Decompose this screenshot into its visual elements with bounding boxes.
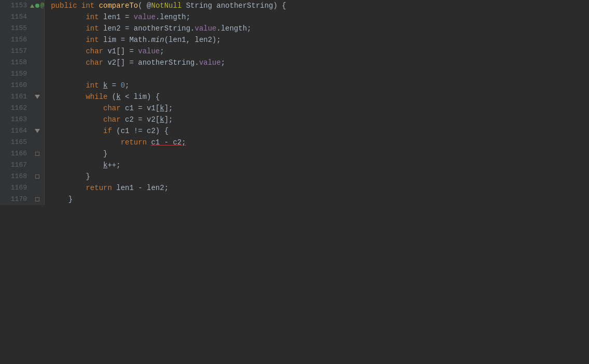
- code-token: value: [199, 59, 221, 67]
- table-row: 1155 int len2 = anotherString.value.leng…: [0, 23, 589, 34]
- code-token: [51, 138, 120, 147]
- dot-green-icon: [35, 4, 39, 8]
- line-number: 1170: [0, 194, 30, 205]
- line-number: 1169: [0, 182, 30, 194]
- line-number: 1156: [0, 34, 30, 46]
- table-row: 1170 }: [0, 194, 589, 205]
- table-row: 1162 char c1 = v1[k];: [0, 103, 589, 114]
- fold-icon[interactable]: [35, 95, 40, 99]
- code-token: return: [121, 138, 147, 147]
- table-row: 1163 char c2 = v2[k];: [0, 114, 589, 125]
- line-number: 1162: [0, 103, 30, 114]
- code-line: }: [45, 148, 589, 159]
- code-token: char: [86, 59, 103, 67]
- code-token: len1 - len2;: [112, 184, 169, 192]
- code-token: NotNull: [151, 2, 181, 10]
- line-number: 1163: [0, 114, 30, 125]
- code-token: anotherString) {: [212, 2, 286, 10]
- code-token: [51, 13, 86, 21]
- code-token: c1 - c2;: [151, 138, 186, 147]
- code-line: char v1[] = value;: [45, 46, 589, 57]
- code-token: len2 = anotherString.: [99, 24, 195, 33]
- code-token: [94, 2, 99, 10]
- code-token: (c1 != c2) {: [112, 127, 169, 135]
- code-token: .length;: [156, 13, 190, 21]
- fold-end-icon[interactable]: [35, 174, 39, 179]
- code-editor: 1153 @ public int compareTo( @NotNull St…: [0, 0, 589, 364]
- code-token: .length;: [217, 24, 251, 33]
- code-token: int: [86, 81, 99, 90]
- gutter-cell: [30, 57, 45, 68]
- code-token: public: [51, 2, 81, 10]
- code-token: char: [103, 104, 121, 112]
- line-number: 1161: [0, 91, 30, 103]
- table-row: 1166 }: [0, 148, 589, 159]
- line-number: 1159: [0, 68, 30, 80]
- code-token: ;: [160, 47, 164, 55]
- line-number: 1164: [0, 125, 30, 137]
- code-line: }: [45, 194, 589, 205]
- gutter-cell: [30, 34, 45, 46]
- table-row: 1159: [0, 68, 589, 80]
- fold-end-icon[interactable]: [35, 197, 39, 201]
- code-token: value: [194, 24, 216, 33]
- code-line: int lim = Math.min(len1, len2);: [45, 34, 589, 46]
- gutter-cell: @: [30, 0, 45, 11]
- code-token: v2[] = anotherString.: [103, 59, 199, 67]
- code-token: c1 = v1[: [121, 104, 160, 112]
- code-token: ];: [164, 115, 173, 124]
- code-token: [51, 24, 86, 33]
- line-number: 1167: [0, 159, 30, 171]
- table-row: 1169 return len1 - len2;: [0, 182, 589, 194]
- fold-icon[interactable]: [35, 129, 40, 133]
- code-line: public int compareTo( @NotNull String an…: [45, 0, 589, 11]
- code-line: return c1 - c2;: [45, 137, 589, 148]
- fold-end-icon[interactable]: [35, 152, 39, 156]
- code-line: char v2[] = anotherString.value;: [45, 57, 589, 68]
- code-token: [181, 2, 186, 10]
- code-token: (: [138, 2, 142, 10]
- method-marker-icon: @: [30, 2, 44, 9]
- gutter-cell: [30, 137, 45, 148]
- code-token: c2 = v2[: [121, 115, 160, 124]
- line-number: 1154: [0, 11, 30, 23]
- table-row: 1168 }: [0, 171, 589, 182]
- table-row: 1167 k++;: [0, 159, 589, 171]
- table-row: 1161 while (k < lim) {: [0, 91, 589, 103]
- code-token: [51, 115, 103, 124]
- table-row: 1158 char v2[] = anotherString.value;: [0, 57, 589, 68]
- code-line: }: [45, 171, 589, 182]
- code-token: 0: [121, 81, 125, 90]
- gutter-cell: [30, 80, 45, 91]
- code-token: [51, 161, 103, 169]
- gutter-cell: [30, 103, 45, 114]
- gutter-cell: [30, 171, 45, 182]
- line-number: 1157: [0, 46, 30, 57]
- gutter-cell: [30, 194, 45, 205]
- code-line: int len1 = value.length;: [45, 11, 589, 23]
- table-row: 1153 @ public int compareTo( @NotNull St…: [0, 0, 589, 11]
- code-token: @: [143, 2, 151, 10]
- code-token: [51, 104, 103, 112]
- code-token: k: [116, 93, 120, 101]
- code-token: int: [81, 2, 94, 10]
- gutter-cell: [30, 46, 45, 57]
- code-token: ;: [125, 81, 129, 90]
- code-token: [51, 93, 86, 101]
- gutter-cell: [30, 114, 45, 125]
- code-token: char: [86, 47, 103, 55]
- code-token: if: [103, 127, 112, 135]
- code-token: < lim) {: [121, 93, 160, 101]
- code-token: int: [86, 24, 99, 33]
- code-token: ;: [221, 59, 225, 67]
- line-number: 1155: [0, 23, 30, 34]
- gutter-cell: [30, 23, 45, 34]
- gutter-cell: [30, 11, 45, 23]
- code-token: [51, 47, 86, 55]
- code-token: len1 =: [99, 13, 134, 21]
- code-line: while (k < lim) {: [45, 91, 589, 103]
- code-token: lim = Math.: [99, 36, 151, 44]
- code-token: k: [160, 104, 164, 112]
- code-token: }: [51, 172, 90, 181]
- code-table: 1153 @ public int compareTo( @NotNull St…: [0, 0, 589, 205]
